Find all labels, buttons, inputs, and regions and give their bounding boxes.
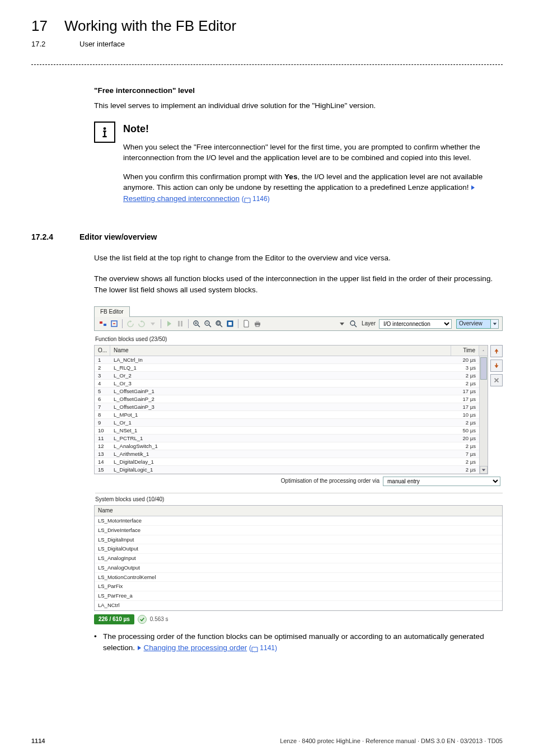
cell-index: 4: [95, 380, 110, 388]
scroll-down-icon[interactable]: [480, 466, 488, 474]
cell-name: L_OffsetGainP_3: [110, 403, 451, 411]
cell-name: L_Or_2: [110, 372, 451, 380]
table-row[interactable]: 7L_OffsetGainP_317 µs: [95, 403, 479, 411]
cell-index: 12: [95, 442, 110, 450]
move-down-button[interactable]: [490, 360, 503, 372]
list-item[interactable]: LA_NCtrl: [95, 601, 502, 610]
cell-name: L_AnalogSwitch_1: [110, 442, 451, 450]
cell-index: 6: [95, 395, 110, 403]
tab-fb-editor[interactable]: FB Editor: [94, 306, 130, 318]
sb-table: Name LS_MotorInterfaceLS_DriveInterfaceL…: [94, 505, 503, 611]
toolbar-icon-c[interactable]: [225, 319, 235, 329]
status-time: 0.563 s: [150, 615, 168, 624]
table-row[interactable]: 15L_DigitalLogic_12 µs: [95, 466, 479, 474]
table-row[interactable]: 14L_DigitalDelay_12 µs: [95, 458, 479, 466]
col-header-time[interactable]: Time: [451, 346, 479, 356]
table-row[interactable]: 8L_MPot_110 µs: [95, 411, 479, 419]
toolbar-icon-b[interactable]: [109, 319, 119, 329]
chevron-right-icon: [137, 642, 142, 647]
sb-col-header-name[interactable]: Name: [95, 506, 502, 516]
chevron-down-icon[interactable]: [491, 319, 499, 329]
cell-time: 17 µs: [451, 388, 479, 395]
list-item[interactable]: LS_AnalogOutput: [95, 563, 502, 573]
table-row[interactable]: 2L_RLQ_13 µs: [95, 364, 479, 372]
cell-time: 2 µs: [451, 458, 479, 466]
link-ref: ( 1146): [242, 195, 270, 203]
svg-point-0: [104, 127, 106, 130]
cell-name: L_RLQ_1: [110, 364, 451, 372]
pause-icon[interactable]: [175, 319, 185, 329]
col-header-name[interactable]: Name: [110, 346, 451, 356]
list-item[interactable]: LS_ParFix: [95, 582, 502, 591]
list-item[interactable]: LS_DriveInterface: [95, 526, 502, 535]
cell-index: 3: [95, 372, 110, 380]
scroll-thumb[interactable]: [480, 357, 487, 380]
table-row[interactable]: 6L_OffsetGainP_217 µs: [95, 395, 479, 403]
undo-icon[interactable]: [125, 319, 135, 329]
optimisation-select[interactable]: manual entry: [383, 477, 500, 486]
new-doc-icon[interactable]: [241, 319, 251, 329]
table-row[interactable]: 12L_AnalogSwitch_12 µs: [95, 442, 479, 450]
list-item[interactable]: LS_ParFree_a: [95, 591, 502, 601]
list-item[interactable]: LS_DigitalOutput: [95, 544, 502, 554]
cell-name: L_Or_3: [110, 380, 451, 388]
zoom-in-icon[interactable]: [191, 319, 202, 329]
list-item[interactable]: LS_DigitalInput: [95, 535, 502, 545]
table-row[interactable]: 11L_PCTRL_120 µs: [95, 435, 479, 442]
cell-time: 2 µs: [451, 419, 479, 427]
table-row[interactable]: 3L_Or_22 µs: [95, 372, 479, 380]
delete-button[interactable]: [490, 374, 503, 386]
page-ref-1141: 1141): [258, 644, 277, 652]
note-para-1: When you select the "Free interconnectio…: [123, 142, 503, 164]
divider: [31, 64, 503, 65]
cell-index: 8: [95, 411, 110, 419]
chevron-right-icon: [471, 182, 475, 186]
zoom-fit-icon[interactable]: [214, 319, 224, 329]
search-icon[interactable]: [348, 319, 358, 329]
cell-index: 9: [95, 419, 110, 427]
zoom-out-icon[interactable]: [203, 319, 213, 329]
print-icon[interactable]: [252, 319, 263, 329]
list-item[interactable]: LS_AnalogInput: [95, 554, 502, 563]
note-text: When you confirm this confirmation promp…: [123, 172, 284, 181]
svg-rect-7: [178, 321, 180, 326]
cell-time: 17 µs: [451, 395, 479, 403]
list-item[interactable]: LS_MotorInterface: [95, 516, 502, 526]
dropdown-arrow-icon[interactable]: [337, 319, 347, 329]
note-para-2: When you confirm this confirmation promp…: [123, 171, 503, 204]
cell-name: LA_NCtrl_In: [110, 356, 451, 363]
table-row[interactable]: 9L_Or_12 µs: [95, 419, 479, 427]
table-row[interactable]: 10L_NSet_150 µs: [95, 427, 479, 435]
body-para-2: The overview shows all function blocks u…: [94, 273, 503, 295]
table-row[interactable]: 1LA_NCtrl_In20 µs: [95, 356, 479, 364]
footer-info: Lenze · 8400 protec HighLine · Reference…: [280, 737, 503, 746]
body-para-1: Use the list field at the top right to c…: [94, 253, 503, 264]
table-row[interactable]: 13L_Arithmetik_17 µs: [95, 450, 479, 458]
toolbar-icon-a[interactable]: [98, 319, 108, 329]
dropdown-icon[interactable]: [148, 319, 158, 329]
col-header-index[interactable]: O...: [95, 346, 110, 356]
play-icon[interactable]: [164, 319, 174, 329]
chapter-number: 17: [31, 16, 48, 37]
cell-time: 17 µs: [451, 403, 479, 411]
page-ref-1146: 1146): [251, 195, 270, 203]
note-yes: Yes: [284, 172, 297, 181]
table-row[interactable]: 5L_OffsetGainP_117 µs: [95, 388, 479, 395]
view-select[interactable]: Overview: [456, 319, 491, 329]
svg-rect-8: [181, 321, 182, 326]
list-item[interactable]: LS_MotionControlKernel: [95, 573, 502, 582]
cell-name: L_OffsetGainP_2: [110, 395, 451, 403]
link-reset-interconnection[interactable]: Resetting changed interconnection: [123, 194, 240, 203]
cell-name: L_NSet_1: [110, 427, 451, 435]
scrollbar[interactable]: [479, 356, 488, 474]
redo-icon[interactable]: [137, 319, 147, 329]
svg-rect-4: [100, 321, 102, 324]
table-row[interactable]: 4L_Or_32 µs: [95, 380, 479, 388]
link-change-processing-order[interactable]: Changing the processing order: [144, 643, 247, 652]
move-up-button[interactable]: [490, 345, 503, 357]
scroll-up-icon[interactable]: [479, 346, 488, 356]
fb-table: O... Name Time 1LA_NCtrl_In20 µs2L_RLQ_1…: [94, 345, 488, 475]
layer-select[interactable]: I/O interconnection: [379, 319, 452, 329]
cell-index: 2: [95, 364, 110, 372]
separator: [238, 319, 238, 328]
